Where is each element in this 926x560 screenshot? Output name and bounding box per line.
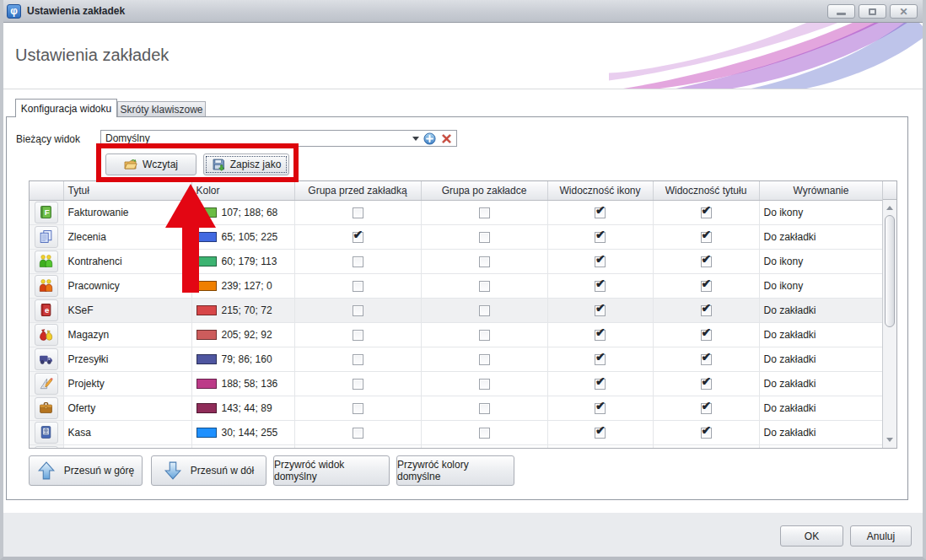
color-swatch[interactable]: [197, 354, 217, 364]
minimize-button[interactable]: [827, 4, 855, 19]
checkbox-icon-visibility[interactable]: ✔: [595, 330, 606, 341]
table-row[interactable]: Projekty188; 58; 136✔✔Do zakładki: [30, 371, 883, 396]
close-button[interactable]: ✕: [890, 4, 918, 19]
cell-title[interactable]: KSeF: [63, 298, 191, 322]
color-swatch[interactable]: [197, 330, 217, 340]
scroll-down-button[interactable]: [883, 433, 896, 446]
restore-default-colors-button[interactable]: Przywróć kolory domyślne: [396, 455, 514, 486]
checkbox-group-before[interactable]: [353, 354, 363, 365]
checkbox-title-visibility[interactable]: ✔: [701, 330, 712, 341]
checkbox-group-after[interactable]: [479, 305, 490, 316]
color-swatch[interactable]: [197, 403, 217, 413]
cell-color[interactable]: 30; 144; 255: [191, 420, 294, 444]
checkbox-group-after[interactable]: [479, 256, 490, 267]
delete-view-icon[interactable]: [440, 132, 453, 145]
cell-title[interactable]: Magazyn: [63, 322, 191, 347]
col-alignment[interactable]: Wyrównanie: [759, 181, 883, 200]
checkbox-group-before[interactable]: ✔: [353, 232, 363, 243]
chevron-down-icon[interactable]: [412, 137, 419, 141]
add-view-icon[interactable]: [423, 132, 436, 145]
cell-alignment[interactable]: Do zakładki: [759, 322, 883, 347]
checkbox-title-visibility[interactable]: ✔: [701, 207, 712, 218]
checkbox-group-before[interactable]: [353, 379, 363, 390]
col-title-visibility[interactable]: Widoczność tytułu: [653, 181, 759, 200]
cell-alignment[interactable]: Do zakładki: [759, 298, 883, 322]
checkbox-title-visibility[interactable]: ✔: [701, 232, 712, 243]
checkbox-group-after[interactable]: [479, 281, 490, 292]
cell-color[interactable]: 188; 58; 136: [191, 371, 294, 396]
checkbox-group-after[interactable]: [479, 330, 490, 341]
cell-color[interactable]: 215; 70; 72: [191, 298, 294, 322]
color-swatch[interactable]: [197, 281, 217, 291]
checkbox-group-after[interactable]: [479, 428, 490, 439]
cell-color[interactable]: 239; 127; 0: [191, 273, 294, 298]
scrollbar-thumb[interactable]: [885, 215, 895, 327]
col-icon-visibility[interactable]: Widoczność ikony: [547, 181, 653, 200]
checkbox-icon-visibility[interactable]: ✔: [595, 354, 606, 365]
checkbox-group-before[interactable]: [353, 330, 363, 341]
cell-color[interactable]: 143; 44; 89: [191, 396, 294, 420]
cell-color[interactable]: 79; 86; 160: [191, 347, 294, 371]
cell-alignment[interactable]: Do zakładki: [759, 347, 883, 371]
color-swatch[interactable]: [197, 428, 217, 438]
col-group-before[interactable]: Grupa przed zakładką: [294, 181, 421, 200]
table-row[interactable]: Kasa30; 144; 255✔✔Do zakładki: [30, 420, 883, 444]
color-swatch[interactable]: [197, 256, 217, 267]
checkbox-title-visibility[interactable]: ✔: [701, 354, 712, 365]
table-row[interactable]: Kontrahenci60; 179; 113✔✔Do ikony: [30, 249, 883, 273]
cell-alignment[interactable]: Do zakładki: [759, 224, 883, 249]
move-down-button[interactable]: Przesuń w dół: [151, 455, 266, 486]
checkbox-group-before[interactable]: [353, 207, 363, 218]
cell-alignment[interactable]: Do ikony: [759, 249, 883, 273]
cell-title[interactable]: Pracownicy: [63, 273, 191, 298]
color-swatch[interactable]: [197, 232, 217, 242]
table-row[interactable]: Pracownicy239; 127; 0✔✔Do ikony: [30, 273, 883, 298]
checkbox-icon-visibility[interactable]: ✔: [595, 403, 606, 414]
cell-color[interactable]: 205; 92; 92: [191, 322, 294, 347]
cell-title[interactable]: Kasa: [63, 420, 191, 444]
cell-title[interactable]: Projekty: [63, 371, 191, 396]
table-row[interactable]: Przesyłki79; 86; 160✔✔Do zakładki: [30, 347, 883, 371]
vertical-scrollbar[interactable]: [882, 181, 896, 448]
cell-alignment[interactable]: Do ikony: [759, 200, 883, 224]
checkbox-group-after[interactable]: [479, 403, 490, 414]
checkbox-group-before[interactable]: [353, 281, 363, 292]
cell-title[interactable]: Kontrahenci: [63, 249, 191, 273]
scroll-up-button[interactable]: [883, 201, 896, 214]
checkbox-icon-visibility[interactable]: ✔: [595, 207, 606, 218]
checkbox-group-before[interactable]: [353, 428, 363, 439]
cancel-button[interactable]: Anuluj: [850, 525, 912, 547]
cell-color[interactable]: 60; 179; 113: [191, 249, 294, 273]
checkbox-title-visibility[interactable]: ✔: [701, 305, 712, 316]
cell-alignment[interactable]: Do zakładki: [759, 420, 883, 444]
checkbox-title-visibility[interactable]: ✔: [701, 428, 712, 439]
current-view-select[interactable]: Domyślny: [100, 130, 457, 147]
checkbox-icon-visibility[interactable]: ✔: [595, 232, 606, 243]
checkbox-group-after[interactable]: [479, 232, 490, 243]
col-group-after[interactable]: Grupa po zakładce: [421, 181, 547, 200]
checkbox-group-before[interactable]: [353, 305, 363, 316]
checkbox-title-visibility[interactable]: ✔: [701, 281, 712, 292]
checkbox-group-before[interactable]: [353, 256, 363, 267]
checkbox-title-visibility[interactable]: ✔: [701, 403, 712, 414]
checkbox-group-after[interactable]: [479, 354, 490, 365]
checkbox-title-visibility[interactable]: ✔: [701, 379, 712, 390]
checkbox-group-after[interactable]: [479, 379, 490, 390]
checkbox-title-visibility[interactable]: ✔: [701, 256, 712, 267]
checkbox-group-before[interactable]: [353, 403, 363, 414]
col-icon[interactable]: [30, 181, 63, 200]
cell-title[interactable]: Przesyłki: [63, 347, 191, 371]
cell-alignment[interactable]: Do ikony: [759, 273, 883, 298]
checkbox-icon-visibility[interactable]: ✔: [595, 281, 606, 292]
cell-alignment[interactable]: Do zakładki: [759, 371, 883, 396]
save-as-button[interactable]: Zapisz jako: [203, 153, 289, 175]
table-row[interactable]: FFakturowanie107; 188; 68✔✔Do ikony: [30, 200, 883, 224]
color-swatch[interactable]: [197, 305, 217, 315]
checkbox-icon-visibility[interactable]: ✔: [595, 305, 606, 316]
color-swatch[interactable]: [197, 379, 217, 389]
table-row[interactable]: Magazyn205; 92; 92✔✔Do zakładki: [30, 322, 883, 347]
tab-konfiguracja-widoku[interactable]: Konfiguracja widoku: [15, 99, 117, 117]
ok-button[interactable]: OK: [780, 525, 843, 547]
cell-title[interactable]: Zlecenia: [63, 224, 191, 249]
cell-color[interactable]: 65; 105; 225: [191, 224, 294, 249]
